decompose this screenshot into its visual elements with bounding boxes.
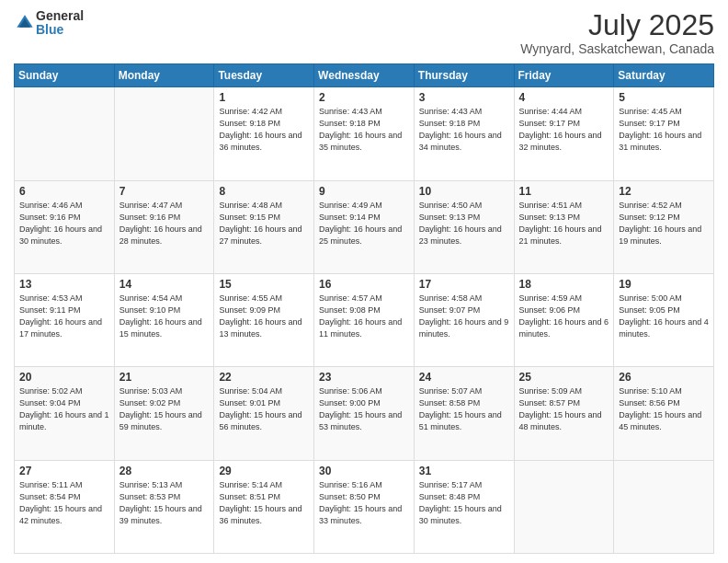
day-number: 1 [219,91,309,104]
calendar-week-4: 20Sunrise: 5:02 AM Sunset: 9:04 PM Dayli… [15,367,714,460]
day-number: 19 [619,278,709,291]
calendar-cell-w2-d5: 11Sunrise: 4:51 AM Sunset: 9:13 PM Dayli… [514,180,614,273]
calendar-cell-w5-d3: 30Sunrise: 5:16 AM Sunset: 8:50 PM Dayli… [314,460,415,553]
calendar-cell-w3-d1: 14Sunrise: 4:54 AM Sunset: 9:10 PM Dayli… [114,273,214,366]
calendar-cell-w1-d3: 2Sunrise: 4:43 AM Sunset: 9:18 PM Daylig… [314,87,415,180]
day-info: Sunrise: 5:13 AM Sunset: 8:53 PM Dayligh… [119,479,210,527]
calendar-week-1: 1Sunrise: 4:42 AM Sunset: 9:18 PM Daylig… [15,87,714,180]
day-number: 6 [19,185,109,198]
day-info: Sunrise: 4:52 AM Sunset: 9:12 PM Dayligh… [619,200,709,247]
day-number: 8 [219,185,309,198]
day-number: 29 [219,465,309,477]
day-number: 20 [19,371,109,384]
day-number: 13 [19,278,109,291]
day-info: Sunrise: 4:46 AM Sunset: 9:16 PM Dayligh… [19,200,109,247]
day-info: Sunrise: 4:44 AM Sunset: 9:17 PM Dayligh… [519,106,609,154]
day-info: Sunrise: 4:58 AM Sunset: 9:07 PM Dayligh… [419,293,509,340]
calendar-cell-w4-d3: 23Sunrise: 5:06 AM Sunset: 9:00 PM Dayli… [314,367,415,460]
day-number: 30 [319,465,409,477]
calendar-cell-w3-d6: 19Sunrise: 5:00 AM Sunset: 9:05 PM Dayli… [614,273,714,366]
day-number: 22 [219,371,309,384]
day-number: 24 [419,371,509,384]
calendar-cell-w2-d3: 9Sunrise: 4:49 AM Sunset: 9:14 PM Daylig… [314,180,415,273]
header: General Blue July 2025 Wynyard, Saskatch… [14,9,714,56]
calendar-header-row: Sunday Monday Tuesday Wednesday Thursday… [15,64,714,87]
day-info: Sunrise: 5:00 AM Sunset: 9:05 PM Dayligh… [619,293,709,340]
day-number: 28 [119,465,210,477]
day-info: Sunrise: 4:57 AM Sunset: 9:08 PM Dayligh… [319,293,409,340]
day-info: Sunrise: 5:04 AM Sunset: 9:01 PM Dayligh… [219,385,309,433]
day-info: Sunrise: 4:55 AM Sunset: 9:09 PM Dayligh… [219,293,309,340]
logo-icon [16,14,34,32]
day-info: Sunrise: 5:14 AM Sunset: 8:51 PM Dayligh… [219,479,309,527]
day-info: Sunrise: 5:10 AM Sunset: 8:56 PM Dayligh… [619,385,709,433]
col-tuesday: Tuesday [214,64,314,87]
calendar-week-5: 27Sunrise: 5:11 AM Sunset: 8:54 PM Dayli… [15,460,714,553]
day-info: Sunrise: 5:07 AM Sunset: 8:58 PM Dayligh… [419,385,509,433]
calendar-table: Sunday Monday Tuesday Wednesday Thursday… [14,63,714,554]
calendar-cell-w3-d0: 13Sunrise: 4:53 AM Sunset: 9:11 PM Dayli… [15,273,115,366]
day-info: Sunrise: 4:48 AM Sunset: 9:15 PM Dayligh… [219,200,309,247]
calendar-cell-w2-d6: 12Sunrise: 4:52 AM Sunset: 9:12 PM Dayli… [614,180,714,273]
day-number: 2 [319,91,409,104]
calendar-cell-w4-d5: 25Sunrise: 5:09 AM Sunset: 8:57 PM Dayli… [514,367,614,460]
day-info: Sunrise: 5:06 AM Sunset: 9:00 PM Dayligh… [319,385,409,433]
calendar-cell-w1-d1 [114,87,214,180]
day-number: 5 [619,91,709,104]
day-number: 23 [319,371,409,384]
day-info: Sunrise: 4:43 AM Sunset: 9:18 PM Dayligh… [319,106,409,154]
day-number: 16 [319,278,409,291]
calendar-cell-w5-d0: 27Sunrise: 5:11 AM Sunset: 8:54 PM Dayli… [15,460,115,553]
calendar-cell-w2-d0: 6Sunrise: 4:46 AM Sunset: 9:16 PM Daylig… [15,180,115,273]
calendar-cell-w4-d2: 22Sunrise: 5:04 AM Sunset: 9:01 PM Dayli… [214,367,314,460]
calendar-cell-w1-d0 [15,87,115,180]
day-info: Sunrise: 5:17 AM Sunset: 8:48 PM Dayligh… [419,479,509,527]
day-number: 14 [119,278,210,291]
subtitle: Wynyard, Saskatchewan, Canada [520,41,714,56]
day-number: 11 [519,185,609,198]
calendar-cell-w2-d1: 7Sunrise: 4:47 AM Sunset: 9:16 PM Daylig… [114,180,214,273]
calendar-cell-w1-d2: 1Sunrise: 4:42 AM Sunset: 9:18 PM Daylig… [214,87,314,180]
calendar-cell-w5-d5 [514,460,614,553]
col-thursday: Thursday [414,64,514,87]
main-title: July 2025 [520,9,714,41]
col-wednesday: Wednesday [314,64,415,87]
day-number: 10 [419,185,509,198]
calendar-cell-w3-d5: 18Sunrise: 4:59 AM Sunset: 9:06 PM Dayli… [514,273,614,366]
page: General Blue July 2025 Wynyard, Saskatch… [0,0,728,563]
day-info: Sunrise: 4:51 AM Sunset: 9:13 PM Dayligh… [519,200,609,247]
day-number: 12 [619,185,709,198]
day-number: 7 [119,185,210,198]
calendar-cell-w5-d1: 28Sunrise: 5:13 AM Sunset: 8:53 PM Dayli… [114,460,214,553]
calendar-cell-w4-d6: 26Sunrise: 5:10 AM Sunset: 8:56 PM Dayli… [614,367,714,460]
calendar-cell-w4-d4: 24Sunrise: 5:07 AM Sunset: 8:58 PM Dayli… [414,367,514,460]
day-info: Sunrise: 5:16 AM Sunset: 8:50 PM Dayligh… [319,479,409,527]
logo-general: General [36,9,84,23]
calendar-cell-w1-d6: 5Sunrise: 4:45 AM Sunset: 9:17 PM Daylig… [614,87,714,180]
calendar-cell-w1-d5: 4Sunrise: 4:44 AM Sunset: 9:17 PM Daylig… [514,87,614,180]
calendar-cell-w4-d0: 20Sunrise: 5:02 AM Sunset: 9:04 PM Dayli… [15,367,115,460]
calendar-week-2: 6Sunrise: 4:46 AM Sunset: 9:16 PM Daylig… [15,180,714,273]
day-number: 15 [219,278,309,291]
day-number: 18 [519,278,609,291]
calendar-cell-w5-d2: 29Sunrise: 5:14 AM Sunset: 8:51 PM Dayli… [214,460,314,553]
logo-text: General Blue [36,9,84,38]
day-info: Sunrise: 5:02 AM Sunset: 9:04 PM Dayligh… [19,385,109,433]
day-info: Sunrise: 4:54 AM Sunset: 9:10 PM Dayligh… [119,293,210,340]
day-info: Sunrise: 4:50 AM Sunset: 9:13 PM Dayligh… [419,200,509,247]
day-info: Sunrise: 4:49 AM Sunset: 9:14 PM Dayligh… [319,200,409,247]
day-info: Sunrise: 4:47 AM Sunset: 9:16 PM Dayligh… [119,200,210,247]
calendar-cell-w5-d4: 31Sunrise: 5:17 AM Sunset: 8:48 PM Dayli… [414,460,514,553]
day-number: 3 [419,91,509,104]
col-monday: Monday [114,64,214,87]
calendar-cell-w2-d4: 10Sunrise: 4:50 AM Sunset: 9:13 PM Dayli… [414,180,514,273]
day-info: Sunrise: 5:09 AM Sunset: 8:57 PM Dayligh… [519,385,609,433]
day-info: Sunrise: 4:42 AM Sunset: 9:18 PM Dayligh… [219,106,309,154]
calendar-cell-w2-d2: 8Sunrise: 4:48 AM Sunset: 9:15 PM Daylig… [214,180,314,273]
day-number: 31 [419,465,509,477]
logo-blue: Blue [36,23,84,37]
calendar-cell-w3-d4: 17Sunrise: 4:58 AM Sunset: 9:07 PM Dayli… [414,273,514,366]
day-number: 17 [419,278,509,291]
calendar-week-3: 13Sunrise: 4:53 AM Sunset: 9:11 PM Dayli… [15,273,714,366]
day-info: Sunrise: 5:11 AM Sunset: 8:54 PM Dayligh… [19,479,109,527]
